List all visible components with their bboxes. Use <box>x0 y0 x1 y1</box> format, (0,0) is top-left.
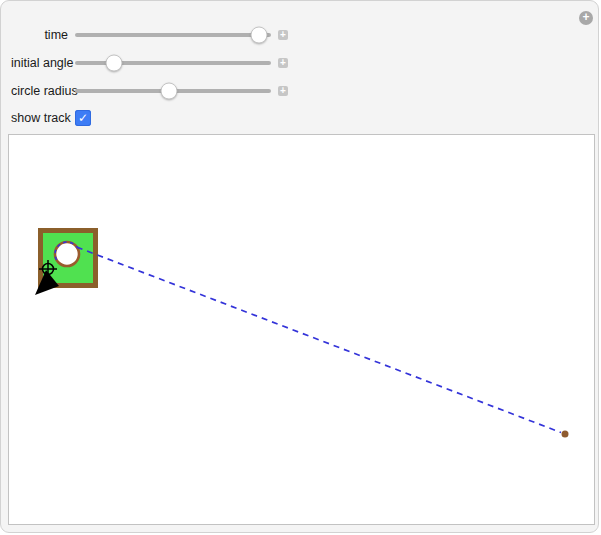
circle-radius-expander-button[interactable]: + <box>278 86 288 96</box>
particle-dot <box>562 431 569 438</box>
plus-icon: + <box>280 29 286 40</box>
control-row-initial-angle: initial angle + <box>11 49 288 77</box>
initial-angle-label: initial angle <box>11 56 68 70</box>
options-button[interactable]: + <box>579 11 593 25</box>
control-row-circle-radius: circle radius + <box>11 77 288 105</box>
track-line <box>77 247 561 432</box>
manipulate-panel: + time + initial angle + circle radius +… <box>0 0 599 533</box>
time-slider-thumb[interactable] <box>251 27 268 44</box>
initial-angle-slider-thumb[interactable] <box>106 55 123 72</box>
check-icon: ✓ <box>78 111 88 125</box>
time-expander-button[interactable]: + <box>278 30 288 40</box>
plus-icon: + <box>280 57 286 68</box>
circle-radius-label: circle radius <box>11 84 68 98</box>
show-track-label: show track <box>11 111 68 125</box>
control-row-time: time + <box>11 21 288 49</box>
time-slider[interactable] <box>75 33 271 37</box>
circle-radius-slider-thumb[interactable] <box>161 83 178 100</box>
show-track-checkbox[interactable]: ✓ <box>75 110 91 126</box>
time-label: time <box>11 28 68 42</box>
circle-radius-slider[interactable] <box>75 89 271 93</box>
control-row-show-track: show track ✓ <box>11 104 91 132</box>
plus-circle-icon: + <box>582 10 589 24</box>
plus-icon: + <box>280 85 286 96</box>
graphics-canvas <box>8 134 595 525</box>
initial-angle-expander-button[interactable]: + <box>278 58 288 68</box>
initial-angle-slider[interactable] <box>75 61 271 65</box>
